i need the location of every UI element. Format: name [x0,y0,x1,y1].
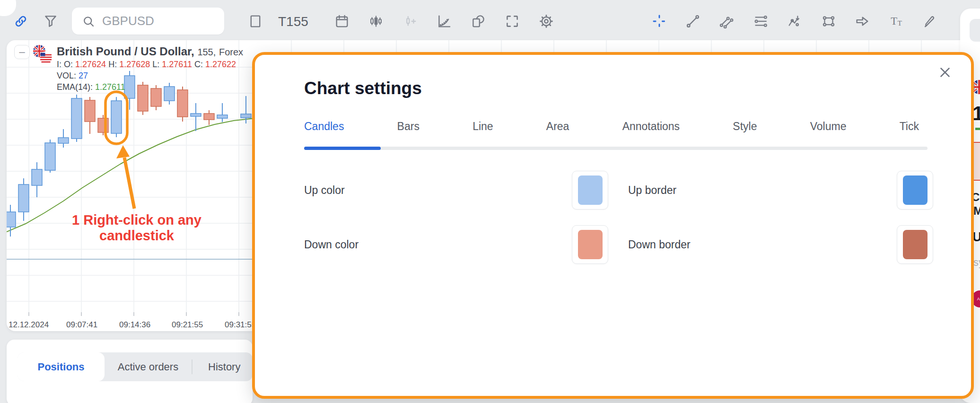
open-value: 1.27624 [75,60,106,69]
ema-readout: EMA(14): 1.27611 [57,82,243,92]
close-value: 1.27622 [205,60,236,69]
trend-line-icon[interactable] [685,13,701,29]
annotation-text: 1 Right-click on any candlestick [49,212,224,244]
symbol-header: British Pound / US Dollar, 155, Forex I:… [57,45,243,92]
link-icon[interactable] [13,13,29,29]
tick-interval-label[interactable]: T155 [278,14,308,29]
symbol-market: Forex [219,47,243,57]
tab-tick[interactable]: Tick [900,120,919,133]
down-border-label: Down border [628,238,691,251]
ohlc-readout: I: O: 1.27624 H: 1.27628 L: 1.27611 C: 1… [57,60,243,70]
down-border-value [903,230,928,259]
gbpusd-flag-icon [31,44,53,65]
brush-icon[interactable] [922,13,938,29]
down-border-swatch[interactable] [897,225,933,264]
top-toolbar: T155 [0,0,980,43]
svg-text:T: T [891,15,897,27]
watchlist-button-fragment[interactable] [970,19,980,42]
up-border-value [903,175,928,205]
filter-icon[interactable] [43,13,59,29]
time-axis-label: 09:14:36 [119,320,150,330]
tab-candles[interactable]: Candles [304,120,344,133]
time-axis-label: 09:31:55 [225,320,256,330]
fullscreen-icon[interactable] [504,13,520,29]
ema-value: 1.27611 [95,82,125,92]
time-axis-label: 09:07:41 [66,320,97,330]
arrow-icon[interactable] [854,13,870,29]
fib-lines-icon[interactable] [752,13,769,29]
up-border-swatch[interactable] [897,171,933,210]
volume-readout: VOL: 27 [57,71,243,81]
up-color-value [578,175,603,205]
svg-text:T: T [897,19,902,27]
tab-positions[interactable]: Positions [18,352,105,381]
up-color-swatch[interactable] [572,171,608,210]
trading-panel: Positions Active orders History [7,340,253,403]
text-icon[interactable]: T T [889,13,905,29]
down-color-swatch[interactable] [572,225,608,264]
tab-bars[interactable]: Bars [397,120,420,133]
forecast-icon[interactable] [787,13,803,29]
dialog-tab-bar: Candles Bars Line Area Annotations Style… [304,120,919,133]
chart-settings-dialog: Chart settings Candles Bars Line Area An… [252,52,974,399]
down-color-value [578,230,603,259]
down-color-label: Down color [304,238,359,251]
channel-icon[interactable] [718,13,735,29]
gear-icon[interactable] [538,13,554,29]
active-tab-indicator [304,147,381,150]
crosshair-icon[interactable] [651,13,667,29]
tab-active-orders[interactable]: Active orders [105,352,192,381]
symbol-title: British Pound / US Dollar, [57,45,194,58]
symbol-interval: 155, [197,47,216,57]
tab-history[interactable]: History [208,352,253,381]
time-axis-label: 09:21:55 [172,320,203,330]
tab-line[interactable]: Line [472,120,493,133]
tab-volume[interactable]: Volume [810,120,847,133]
tab-track [304,147,928,150]
compare-icon[interactable] [470,13,486,29]
tab-divider [192,359,192,374]
tab-annotations[interactable]: Annotations [622,120,680,133]
trading-panel-tabs: Positions Active orders History [18,352,253,381]
calendar-icon[interactable] [334,13,350,29]
up-border-label: Up border [628,184,676,197]
watchlist-text-fragment: sy [973,256,980,269]
tab-area[interactable]: Area [546,120,569,133]
indicators-icon[interactable] [436,13,452,29]
shapes-icon[interactable] [821,13,837,29]
collapse-chart-button[interactable]: – [14,45,30,59]
up-color-label: Up color [304,184,345,197]
watchlist-text-fragment: M [973,204,980,218]
search-input[interactable] [101,13,217,29]
symbol-search[interactable] [72,8,224,35]
add-candle-icon[interactable] [402,13,418,29]
volume-value: 27 [79,71,88,80]
close-icon [937,64,953,80]
tab-style[interactable]: Style [733,120,757,133]
dialog-close-button[interactable] [936,63,954,81]
app-root: { "toolbar": { "search_placeholder": "GB… [0,0,980,403]
low-value: 1.27611 [162,60,192,69]
time-axis-label: 12.12.2024 [9,320,49,330]
dialog-title: Chart settings [304,79,422,98]
search-icon [81,14,96,28]
interval-square-icon[interactable] [247,13,263,29]
high-value: 1.27628 [119,60,150,69]
green-change-fragment [975,128,980,130]
chart-type-candles-icon[interactable] [368,13,384,29]
